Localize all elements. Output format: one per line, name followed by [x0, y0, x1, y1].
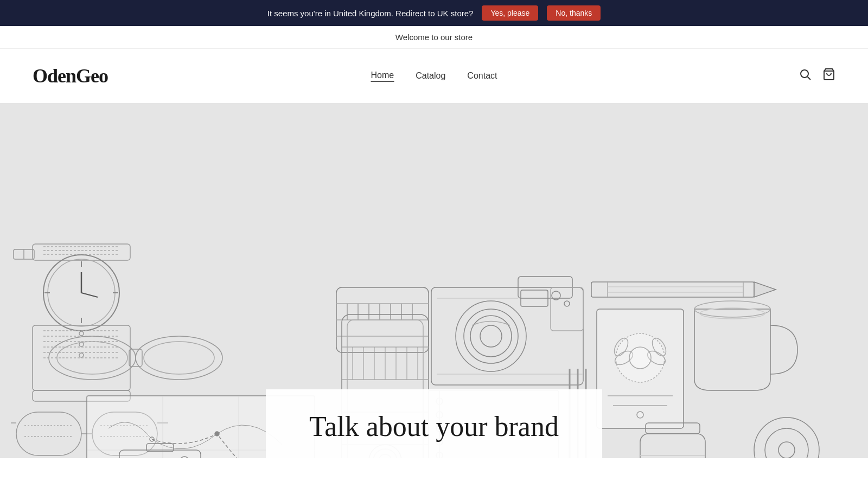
svg-point-130	[629, 347, 651, 369]
welcome-text: Welcome to our store	[395, 33, 473, 42]
svg-point-0	[801, 70, 808, 78]
header-icons	[799, 68, 835, 84]
cart-button[interactable]	[822, 68, 835, 84]
announcement-text: It seems you're in United Kingdom. Redir…	[267, 9, 474, 18]
logo[interactable]: OdenGeo	[33, 65, 108, 87]
welcome-bar: Welcome to our store	[0, 26, 868, 49]
nav-home[interactable]: Home	[371, 70, 394, 82]
svg-point-133	[637, 412, 643, 418]
nav-contact[interactable]: Contact	[467, 71, 497, 81]
no-thanks-button[interactable]: No, thanks	[547, 5, 601, 21]
search-icon	[799, 68, 812, 81]
hero-card: Talk about your brand	[266, 389, 602, 458]
cart-icon	[822, 68, 835, 81]
navigation: Home Catalog Contact	[371, 70, 497, 82]
nav-catalog[interactable]: Catalog	[416, 71, 445, 81]
header: OdenGeo Home Catalog Contact	[0, 49, 868, 103]
search-button[interactable]	[799, 68, 812, 84]
svg-line-1	[808, 77, 811, 80]
announcement-bar: It seems you're in United Kingdom. Redir…	[0, 0, 868, 26]
hero-section: Talk about your brand	[0, 103, 868, 458]
hero-title: Talk about your brand	[309, 411, 559, 442]
yes-please-button[interactable]: Yes, please	[482, 5, 538, 21]
